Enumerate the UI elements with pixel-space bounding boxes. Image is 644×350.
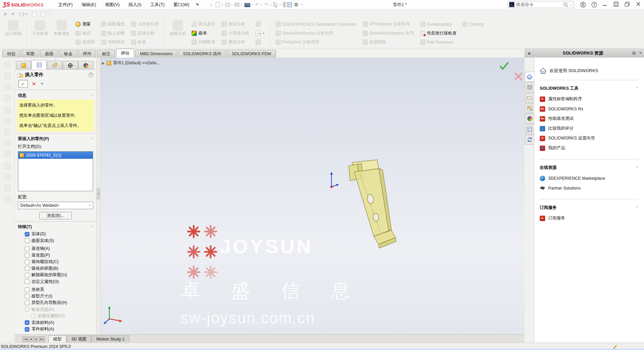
open-document-icon[interactable] (225, 3, 230, 7)
checkbox-custom-properties[interactable]: 自定义属性(O) (25, 279, 94, 285)
command-search[interactable]: ›_ ▾ (508, 1, 574, 8)
sustainability-button[interactable]: Sustainability (418, 20, 459, 28)
left-toolbar-icon[interactable] (4, 95, 11, 102)
checkbox-part-material[interactable]: ✓零件材料(A) (25, 326, 94, 333)
tab-3d-views[interactable]: 3D 视图 (67, 335, 91, 343)
left-toolbar-icon[interactable] (4, 84, 11, 91)
tab-model[interactable]: 模型 (48, 335, 66, 343)
new-document-icon[interactable] (216, 2, 220, 7)
checkbox-icon[interactable] (25, 287, 29, 292)
feature-tree-flyout[interactable]: ▶ 零件1 (Default) <<Defa... (102, 60, 160, 66)
checkbox-absorbed-sketches[interactable]: 吸收的草图(B) (25, 265, 94, 272)
list-item-selected[interactable]: 2024-374761_E(1) (18, 152, 93, 159)
checkbox-icon[interactable] (25, 279, 29, 284)
compare-doc-button[interactable] (253, 20, 267, 28)
close-icon[interactable] (636, 2, 642, 8)
menu-edit[interactable]: 编辑(E) (77, 0, 101, 9)
task-pane-pin-icon[interactable]: ✒ (638, 50, 643, 56)
tab-weldments[interactable]: 焊件 (78, 50, 96, 58)
left-toolbar-icon[interactable] (4, 173, 11, 180)
tab-configuration-manager[interactable] (47, 61, 62, 69)
item-my-products[interactable]: 👤我的产品 (540, 143, 639, 153)
browse-button[interactable]: 浏览(B)... (39, 212, 72, 219)
item-settings-wizard[interactable]: ⚙SOLIDWORKS 设置向导 (540, 133, 639, 143)
left-toolbar-icon[interactable] (4, 117, 11, 124)
checkbox-planes[interactable]: 基准面(P) (25, 252, 94, 259)
sensors-button[interactable]: 传感器 (73, 38, 98, 46)
panel-splitter[interactable]: ◂ (96, 58, 101, 334)
tab-appearances-scenes[interactable] (525, 114, 534, 124)
tab-surfaces[interactable]: 曲面 (40, 50, 58, 58)
pm-help-icon[interactable]: ? (88, 72, 93, 78)
curvature-button[interactable]: 曲率 (189, 29, 218, 38)
geometry-analysis-button[interactable]: 几何体分析 (129, 20, 162, 28)
design-checker-button[interactable]: ▾ (253, 29, 267, 38)
info-section-header[interactable]: 信息⌃ (17, 91, 94, 100)
section-online-resources[interactable]: 在线资源⌃ (540, 163, 639, 173)
checkbox-axes[interactable]: 基准轴(A) (25, 245, 94, 252)
previous-release-check-button[interactable]: 先前发行版检查 (418, 29, 459, 38)
checkbox-icon[interactable] (25, 301, 29, 305)
left-toolbar-icon[interactable] (4, 140, 11, 147)
tab-view-palette[interactable] (525, 103, 534, 113)
macro-stop-icon[interactable]: ■ (12, 12, 14, 16)
search-input[interactable] (516, 2, 562, 7)
tab-sheet-metal[interactable]: 钣金 (59, 50, 77, 58)
status-edit-icon[interactable] (613, 344, 618, 349)
left-toolbar-icon[interactable] (4, 196, 11, 202)
section-solidworks-tools[interactable]: SOLIDWORKS 工具⌃ (540, 84, 639, 94)
confirm-corner-ok-icon[interactable] (499, 62, 509, 70)
macro-edit-icon[interactable] (41, 12, 45, 17)
tab-features[interactable]: 特征 (2, 50, 20, 58)
driveworksxpress-button[interactable]: DriveWorksXpress 向导 (360, 29, 416, 38)
checkbox-model-dimensions[interactable]: 模型尺寸(I) (25, 293, 94, 300)
tab-display-manager[interactable] (78, 61, 93, 69)
expand-tree-icon[interactable]: ▶ (102, 61, 105, 65)
check-button[interactable]: 检查 (129, 38, 162, 46)
tab-feature-manager[interactable] (16, 61, 31, 69)
tab-pack-and-go[interactable] (525, 135, 534, 145)
dock-window-icon[interactable] (614, 2, 620, 8)
home-icon[interactable]: ⌂ (208, 2, 214, 8)
save-icon[interactable] (235, 3, 239, 7)
item-solidworks-rx[interactable]: RxSOLIDWORKS Rx (540, 104, 639, 114)
panel-drag-handle[interactable]: ● (15, 58, 96, 60)
first-tab-button[interactable]: ❙◀ (22, 336, 28, 342)
tab-property-manager[interactable] (31, 60, 47, 69)
performance-evaluation-button[interactable]: 性能评估 (99, 38, 127, 46)
part-model[interactable] (329, 159, 399, 257)
cancel-button[interactable]: ✕ (32, 81, 36, 87)
print-icon[interactable] (244, 3, 250, 7)
tab-dimxpert-manager[interactable] (63, 61, 78, 69)
tab-sketch[interactable]: 草图 (21, 50, 39, 58)
thickness-analysis-button[interactable]: 厚度分析 (219, 38, 252, 46)
confirm-corner-cancel-icon[interactable] (514, 72, 522, 81)
macro-new-icon[interactable] (32, 12, 37, 17)
checkbox-icon[interactable] (25, 294, 29, 299)
tab-solidworks-addins[interactable]: SOLIDWORKS 插件 (178, 50, 226, 58)
checkbox-icon[interactable] (25, 266, 29, 271)
graphics-viewport[interactable]: ▶ 零件1 (Default) <<Defa... JOYSUN 卓 盛 信 息… (101, 58, 524, 334)
redo-icon[interactable]: ↷ (264, 2, 269, 8)
checkbox-surface-bodies[interactable]: 曲面实体(S) (25, 238, 94, 244)
left-toolbar-icon[interactable] (4, 129, 11, 135)
tab-motion-study[interactable]: Motion Study 1 (91, 335, 129, 343)
item-compare-my-score[interactable]: ◡比较我的评分 (540, 124, 639, 133)
parting-line-analysis-button[interactable]: 分型线分析 (219, 29, 252, 38)
item-property-tab-builder[interactable]: S属性标签编制程序 (540, 94, 639, 104)
item-performance-benchmark[interactable]: Rx性能基准测试 (540, 114, 639, 124)
simulationxpress-button[interactable]: SimulationXpress 分析向导 (273, 29, 359, 38)
part-reviewer-button[interactable]: Part Reviewer (418, 38, 459, 46)
checkbox-icon[interactable] (25, 253, 29, 258)
costing-button[interactable]: Costing (460, 20, 486, 28)
checkbox-icon[interactable] (25, 246, 29, 251)
tab-annotations[interactable]: 标注 (97, 50, 115, 58)
left-toolbar-icon[interactable] (4, 106, 11, 113)
tab-mbd-dimensions[interactable]: MBD Dimensions (135, 50, 177, 58)
open-documents-list[interactable]: 2024-374761_E(1) (18, 151, 93, 191)
minimize-icon[interactable] (602, 2, 608, 8)
file-properties-icon[interactable] (287, 2, 292, 7)
user-account-icon[interactable] (580, 2, 586, 8)
checkbox-coordinate-systems[interactable]: 坐标系 (25, 286, 94, 293)
collapse-task-pane-icon[interactable]: » (524, 50, 534, 56)
